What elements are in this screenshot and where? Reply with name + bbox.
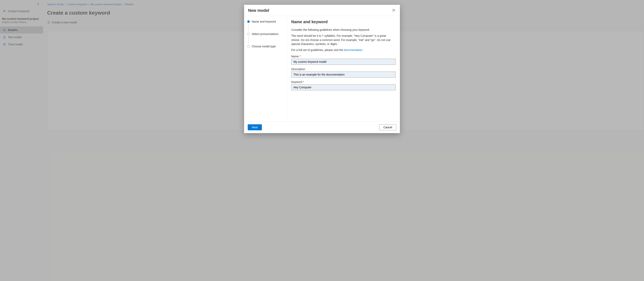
doc-prefix: For a full set of guidelines, please vis… [291, 48, 344, 52]
close-button[interactable] [392, 8, 396, 13]
dialog-title: New model [248, 8, 269, 13]
guideline-intro: Consider the following guidelines when c… [291, 28, 396, 32]
wizard-panel: Name and keyword Consider the following … [287, 16, 400, 121]
wizard-step-pronunciations[interactable]: Select pronunciations [247, 32, 284, 36]
name-label: Name * [291, 55, 396, 58]
step-label: Select pronunciations [252, 32, 278, 36]
step-indicator-icon [247, 33, 250, 35]
new-model-dialog: New model Name and keyword Select pronun… [244, 5, 400, 133]
wizard-stepper: Name and keyword Select pronunciations C… [244, 16, 287, 121]
keyword-input[interactable] [291, 84, 396, 90]
guideline-body: The word should be 4 to 7 syllables. For… [291, 34, 396, 46]
documentation-line: For a full set of guidelines, please vis… [291, 48, 396, 52]
description-input[interactable] [291, 72, 396, 78]
step-indicator-icon [247, 45, 250, 48]
wizard-step-name[interactable]: Name and keyword [247, 20, 284, 24]
panel-heading: Name and keyword [291, 20, 396, 24]
step-label: Choose model type [252, 45, 276, 48]
documentation-link[interactable]: documentation [344, 48, 362, 52]
name-input[interactable] [291, 59, 396, 65]
step-indicator-icon [247, 20, 250, 23]
step-label: Name and keyword [252, 20, 276, 23]
cancel-button[interactable]: Cancel [379, 124, 396, 130]
close-icon [392, 9, 395, 12]
wizard-step-model-type[interactable]: Choose model type [247, 44, 284, 48]
keyword-label: Keyword * [291, 80, 396, 84]
description-label: Description [291, 68, 396, 71]
next-button[interactable]: Next [248, 124, 262, 130]
